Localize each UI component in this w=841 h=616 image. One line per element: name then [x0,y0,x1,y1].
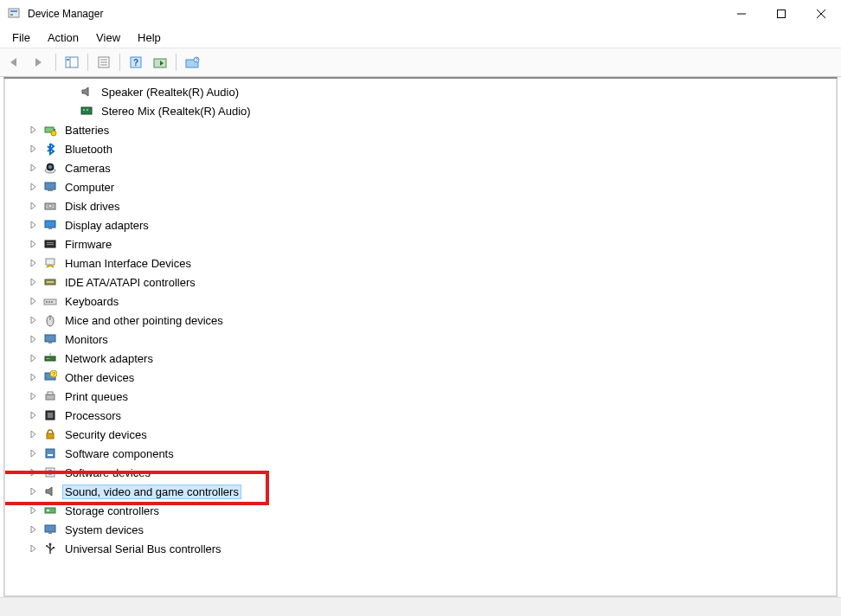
svg-rect-56 [46,395,55,400]
scan-hardware-button[interactable] [150,52,170,73]
maximize-button[interactable] [761,0,801,28]
svg-rect-40 [47,281,54,283]
category-label: IDE ATA/ATAPI controllers [62,275,198,290]
svg-rect-38 [46,259,55,265]
category-node[interactable]: Cameras [5,158,836,177]
category-node[interactable]: Disk drives [5,196,836,215]
window-title: Device Manager [28,8,722,20]
expander-icon[interactable] [28,317,40,324]
category-node[interactable]: Storage controllers [5,501,836,520]
category-label: Disk drives [62,199,123,214]
category-node[interactable]: Universal Serial Bus controllers [5,539,836,558]
category-node[interactable]: Print queues [5,387,836,406]
hid-icon [43,256,59,270]
expander-icon[interactable] [28,279,40,286]
category-node[interactable]: Security devices [5,425,836,444]
category-node[interactable]: Processors [5,406,836,425]
category-node[interactable]: Software devices [5,463,836,482]
category-node[interactable]: Keyboards [5,292,836,311]
expander-icon[interactable] [28,450,40,457]
category-label: Processors [62,408,124,423]
category-label: Software devices [62,465,153,480]
category-label: Firmware [62,237,114,252]
svg-rect-4 [778,10,786,18]
expander-icon[interactable] [28,183,40,190]
sound-icon [43,484,59,498]
expander-icon[interactable] [28,431,40,438]
ide-icon [43,275,59,289]
category-node[interactable]: Human Interface Devices [5,253,836,273]
titlebar: Device Manager [0,0,841,28]
content-frame: Speaker (Realtek(R) Audio)Stereo Mix (Re… [3,77,838,597]
category-node[interactable]: Batteries [5,120,836,139]
back-button[interactable] [5,52,26,73]
expander-icon[interactable] [28,202,40,209]
svg-rect-67 [45,525,55,532]
audio-chip-icon [80,104,95,118]
properties-button[interactable] [93,52,114,73]
category-node[interactable]: Software components [5,444,836,463]
disk-icon [43,199,59,213]
category-label: Mice and other pointing devices [62,313,226,328]
svg-rect-50 [47,358,48,359]
expander-icon[interactable] [28,469,40,476]
expander-icon[interactable] [28,260,40,266]
menu-help[interactable]: Help [131,29,168,46]
expander-icon[interactable] [28,488,40,495]
expander-icon[interactable] [28,145,40,152]
category-node[interactable]: Bluetooth [5,139,836,158]
expander-icon[interactable] [28,412,40,419]
expander-icon[interactable] [28,298,40,305]
svg-rect-62 [48,454,53,456]
add-legacy-button[interactable]: ? [182,52,202,73]
category-node[interactable]: ?Other devices [5,368,836,387]
expander-icon[interactable] [28,241,40,247]
forward-button[interactable] [29,52,50,73]
help-button[interactable]: ? [125,52,146,73]
expander-icon[interactable] [28,221,40,228]
expander-icon[interactable] [28,164,40,171]
expander-icon[interactable] [28,507,40,514]
category-node[interactable]: Monitors [5,330,836,349]
category-node[interactable]: Display adapters [5,215,836,234]
category-node[interactable]: Computer [5,177,836,196]
expander-icon[interactable] [28,355,40,362]
menu-view[interactable]: View [89,29,127,46]
expander-icon[interactable] [28,393,40,400]
expander-icon[interactable] [28,526,40,533]
mouse-icon [43,313,59,327]
svg-rect-0 [9,9,19,17]
category-node[interactable]: Mice and other pointing devices [5,311,836,330]
device-label: Speaker (Realtek(R) Audio) [99,85,241,99]
device-tree[interactable]: Speaker (Realtek(R) Audio)Stereo Mix (Re… [4,79,837,596]
category-node[interactable]: Sound, video and game controllers [5,482,836,501]
svg-rect-57 [48,392,53,395]
menu-action[interactable]: Action [41,29,86,46]
usb-icon [43,542,59,555]
device-node[interactable]: Speaker (Realtek(R) Audio) [5,82,836,101]
expander-icon[interactable] [28,336,40,343]
svg-rect-51 [48,358,49,359]
svg-rect-44 [51,301,53,303]
minimize-button[interactable] [722,0,761,28]
show-hide-tree-button[interactable] [61,52,82,73]
toolbar-separator [119,54,120,71]
expander-icon[interactable] [28,374,40,381]
close-button[interactable] [801,0,841,28]
category-label: Sound, video and game controllers [62,484,241,499]
svg-rect-42 [46,301,48,303]
menu-file[interactable]: File [5,29,37,46]
svg-rect-2 [10,14,13,16]
device-node[interactable]: Stereo Mix (Realtek(R) Audio) [5,101,836,120]
category-node[interactable]: Firmware [5,234,836,253]
category-label: Display adapters [62,218,151,233]
category-node[interactable]: IDE ATA/ATAPI controllers [5,273,836,292]
category-node[interactable]: Network adapters [5,349,836,368]
svg-point-64 [48,470,53,475]
svg-point-71 [46,545,48,547]
category-label: Batteries [62,123,112,138]
svg-rect-61 [46,449,55,458]
expander-icon[interactable] [28,545,40,552]
category-node[interactable]: System devices [5,520,836,539]
expander-icon[interactable] [28,126,40,133]
